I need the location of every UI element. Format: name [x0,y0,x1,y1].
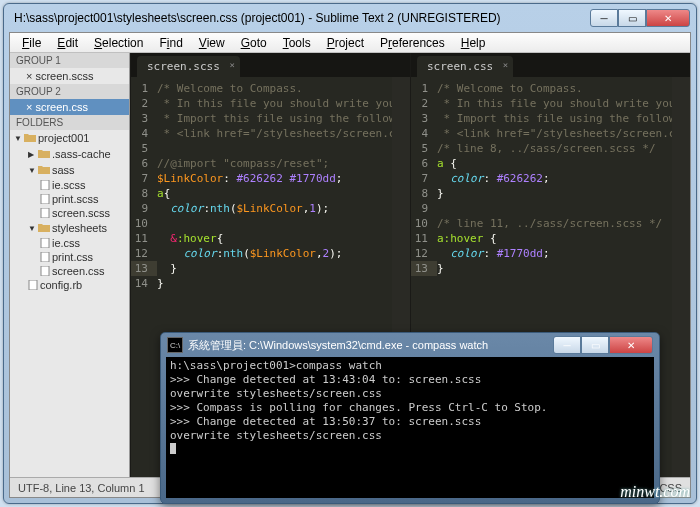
watermark: minwt.com [620,483,690,501]
svg-rect-4 [41,252,49,262]
file-screen-css[interactable]: screen.css [10,264,129,278]
file-icon [28,280,38,290]
maximize-button[interactable]: ▭ [618,9,646,27]
folder-stylesheets[interactable]: ▼stylesheets [10,220,129,236]
menubar: File Edit Selection Find View Goto Tools… [10,33,690,53]
menu-file[interactable]: File [14,34,49,52]
cursor [170,443,176,454]
cmd-minimize-button[interactable]: ─ [553,336,581,354]
svg-rect-3 [41,238,49,248]
tab-close-icon[interactable]: × [503,60,508,70]
svg-rect-0 [41,180,49,190]
file-ie-scss[interactable]: ie.scss [10,178,129,192]
menu-selection[interactable]: Selection [86,34,151,52]
folder-icon [38,165,50,175]
menu-view[interactable]: View [191,34,233,52]
cmd-maximize-button[interactable]: ▭ [581,336,609,354]
menu-find[interactable]: Find [151,34,190,52]
cmd-icon: C:\ [167,337,183,353]
menu-tools[interactable]: Tools [275,34,319,52]
file-ie-css[interactable]: ie.css [10,236,129,250]
file-icon [40,238,50,248]
file-screen-scss[interactable]: screen.scss [10,206,129,220]
menu-preferences[interactable]: Preferences [372,34,453,52]
folder-sass[interactable]: ▼sass [10,162,129,178]
sidebar-group1-header: GROUP 1 [10,53,129,68]
folder-project[interactable]: ▼project001 [10,130,129,146]
sidebar: GROUP 1 ×screen.scss GROUP 2 ×screen.css… [10,53,130,477]
sidebar-group2-file[interactable]: ×screen.css [10,99,129,115]
tab-close-icon[interactable]: × [229,60,234,70]
tab-bar-right: screen.css× [411,53,690,77]
close-button[interactable]: ✕ [646,9,690,27]
cmd-close-button[interactable]: ✕ [609,336,653,354]
svg-rect-2 [41,208,49,218]
close-icon[interactable]: × [26,101,32,113]
cmd-window: C:\ 系統管理員: C:\Windows\system32\cmd.exe -… [160,332,660,504]
tab-screen-css[interactable]: screen.css× [417,56,513,77]
minimap[interactable] [672,77,690,477]
file-print-scss[interactable]: print.scss [10,192,129,206]
menu-project[interactable]: Project [319,34,372,52]
svg-rect-6 [29,280,37,290]
sidebar-group1-file[interactable]: ×screen.scss [10,68,129,84]
file-icon [40,180,50,190]
tab-bar-left: screen.scss× [131,53,410,77]
cmd-output[interactable]: h:\sass\project001>compass watch >>> Cha… [166,357,654,498]
file-icon [40,194,50,204]
status-left[interactable]: UTF-8, Line 13, Column 1 [18,482,145,494]
folder-icon [38,223,50,233]
sidebar-folders-header: FOLDERS [10,115,129,130]
folder-sasscache[interactable]: ▶.sass-cache [10,146,129,162]
file-icon [40,266,50,276]
disclosure-triangle-icon: ▼ [28,166,36,175]
cmd-titlebar[interactable]: C:\ 系統管理員: C:\Windows\system32\cmd.exe -… [161,333,659,357]
menu-edit[interactable]: Edit [49,34,86,52]
close-icon[interactable]: × [26,70,32,82]
menu-goto[interactable]: Goto [233,34,275,52]
file-icon [40,208,50,218]
svg-rect-5 [41,266,49,276]
menu-help[interactable]: Help [453,34,494,52]
file-config[interactable]: config.rb [10,278,129,292]
file-print-css[interactable]: print.css [10,250,129,264]
cmd-title: 系統管理員: C:\Windows\system32\cmd.exe - com… [188,338,553,353]
disclosure-triangle-icon: ▶ [28,150,36,159]
sidebar-group2-header: GROUP 2 [10,84,129,99]
window-titlebar[interactable]: H:\sass\project001\stylesheets\screen.cs… [4,4,696,32]
folder-icon [38,149,50,159]
svg-rect-1 [41,194,49,204]
window-title: H:\sass\project001\stylesheets\screen.cs… [10,11,590,25]
disclosure-triangle-icon: ▼ [28,224,36,233]
disclosure-triangle-icon: ▼ [14,134,22,143]
minimize-button[interactable]: ─ [590,9,618,27]
file-icon [40,252,50,262]
folder-icon [24,133,36,143]
tab-screen-scss[interactable]: screen.scss× [137,56,240,77]
